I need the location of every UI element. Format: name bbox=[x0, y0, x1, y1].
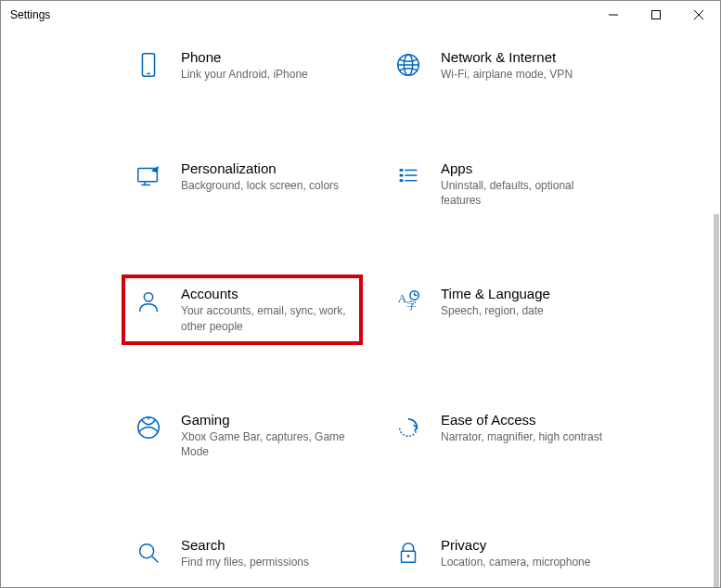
settings-tile-time[interactable]: Time & LanguageSpeech, region, date bbox=[381, 275, 623, 330]
tile-description: Narrator, magnifier, high contrast bbox=[441, 429, 612, 444]
tile-text: AccountsYour accounts, email, sync, work… bbox=[181, 286, 352, 333]
settings-tile-apps[interactable]: AppsUninstall, defaults, optional featur… bbox=[381, 149, 623, 219]
tile-title: Network & Internet bbox=[441, 49, 612, 65]
tile-title: Privacy bbox=[441, 537, 612, 553]
tile-description: Speech, region, date bbox=[441, 303, 612, 318]
tile-text: PrivacyLocation, camera, microphone bbox=[441, 537, 612, 569]
tile-title: Accounts bbox=[181, 286, 352, 301]
settings-grid: PhoneLink your Android, iPhoneNetwork & … bbox=[122, 38, 720, 587]
phone-icon bbox=[133, 49, 164, 81]
settings-tile-phone[interactable]: PhoneLink your Android, iPhone bbox=[122, 38, 363, 94]
tile-title: Time & Language bbox=[441, 286, 612, 301]
tile-description: Uninstall, defaults, optional features bbox=[441, 178, 612, 208]
window-controls bbox=[592, 1, 720, 29]
tile-description: Xbox Game Bar, captures, Game Mode bbox=[181, 429, 352, 459]
tile-text: GamingXbox Game Bar, captures, Game Mode bbox=[181, 412, 352, 459]
tile-title: Gaming bbox=[181, 412, 352, 428]
tile-text: PersonalizationBackground, lock screen, … bbox=[181, 160, 352, 193]
tile-text: AppsUninstall, defaults, optional featur… bbox=[441, 160, 612, 208]
tile-description: Wi-Fi, airplane mode, VPN bbox=[441, 67, 612, 82]
tile-text: PhoneLink your Android, iPhone bbox=[181, 49, 352, 82]
tile-title: Personalization bbox=[181, 160, 352, 176]
tile-description: Link your Android, iPhone bbox=[181, 67, 352, 82]
tile-text: Network & InternetWi-Fi, airplane mode, … bbox=[441, 49, 612, 82]
window-title: Settings bbox=[10, 8, 50, 21]
maximize-button[interactable] bbox=[635, 1, 677, 29]
time-icon bbox=[393, 286, 424, 317]
settings-tile-privacy[interactable]: PrivacyLocation, camera, microphone bbox=[381, 526, 623, 582]
settings-tile-search[interactable]: SearchFind my files, permissions bbox=[122, 526, 363, 582]
tile-description: Background, lock screen, colors bbox=[181, 178, 352, 193]
scrollbar[interactable] bbox=[714, 214, 719, 587]
apps-icon bbox=[393, 160, 424, 192]
svg-rect-1 bbox=[652, 11, 661, 19]
privacy-icon bbox=[393, 537, 424, 569]
tile-title: Ease of Access bbox=[441, 412, 612, 428]
tile-description: Your accounts, email, sync, work, other … bbox=[181, 303, 352, 333]
tile-description: Location, camera, microphone bbox=[441, 555, 612, 569]
network-icon bbox=[393, 49, 424, 81]
settings-content: PhoneLink your Android, iPhoneNetwork & … bbox=[1, 29, 720, 587]
gaming-icon bbox=[133, 412, 164, 443]
minimize-button[interactable] bbox=[592, 1, 635, 29]
accounts-icon bbox=[133, 286, 164, 317]
tile-text: Ease of AccessNarrator, magnifier, high … bbox=[441, 412, 612, 444]
tile-description: Find my files, permissions bbox=[181, 555, 352, 569]
settings-tile-gaming[interactable]: GamingXbox Game Bar, captures, Game Mode bbox=[122, 401, 363, 470]
close-button[interactable] bbox=[677, 1, 720, 29]
search-icon bbox=[133, 537, 164, 569]
settings-tile-ease[interactable]: Ease of AccessNarrator, magnifier, high … bbox=[381, 401, 623, 456]
settings-tile-accounts[interactable]: AccountsYour accounts, email, sync, work… bbox=[122, 275, 363, 344]
personalization-icon bbox=[133, 160, 164, 192]
tile-title: Apps bbox=[441, 160, 612, 176]
tile-title: Search bbox=[181, 537, 352, 553]
settings-tile-personalization[interactable]: PersonalizationBackground, lock screen, … bbox=[122, 149, 363, 205]
titlebar: Settings bbox=[1, 1, 720, 29]
settings-tile-network[interactable]: Network & InternetWi-Fi, airplane mode, … bbox=[381, 38, 623, 94]
ease-icon bbox=[393, 412, 424, 443]
tile-title: Phone bbox=[181, 49, 352, 65]
tile-text: SearchFind my files, permissions bbox=[181, 537, 352, 569]
tile-text: Time & LanguageSpeech, region, date bbox=[441, 286, 612, 318]
